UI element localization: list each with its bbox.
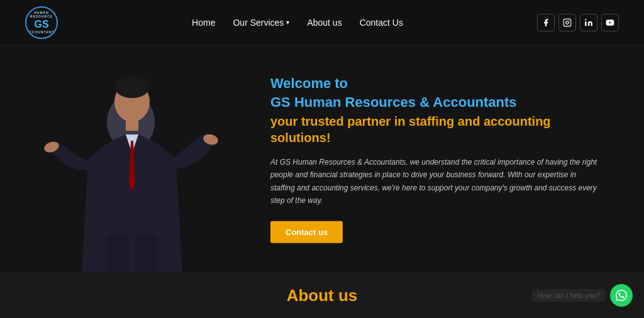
chevron-down-icon: ▾	[286, 19, 289, 26]
svg-rect-12	[107, 235, 129, 273]
hero-company-name: GS Human Resources & Accountants	[270, 94, 597, 111]
hero-content: Welcome to GS Human Resources & Accounta…	[270, 75, 597, 243]
svg-rect-13	[135, 235, 157, 273]
linkedin-icon[interactable]	[580, 14, 597, 31]
social-icons-group	[537, 14, 619, 31]
logo-gs: GS	[26, 18, 57, 30]
hero-tagline: your trusted partner in staffing and acc…	[270, 113, 597, 146]
contact-us-button[interactable]: Contact us	[270, 221, 343, 243]
hero-person-image	[38, 59, 239, 273]
whatsapp-float: How can I help you?	[532, 284, 633, 307]
svg-rect-3	[585, 21, 586, 26]
hero-welcome-text: Welcome to	[270, 75, 597, 92]
svg-point-1	[566, 21, 569, 24]
hero-description: At GS Human Resources & Accountants, we …	[270, 156, 597, 207]
about-section: About us How can I help you?	[0, 273, 644, 318]
svg-point-8	[114, 75, 150, 98]
svg-rect-9	[126, 119, 138, 131]
instagram-icon[interactable]	[558, 14, 576, 31]
main-nav: Home Our Services ▾ About us Contact Us	[192, 18, 403, 28]
hero-section: Welcome to GS Human Resources & Accounta…	[0, 45, 644, 273]
nav-contact[interactable]: Contact Us	[360, 18, 403, 28]
logo-circle: HUMAN RESOURCE GS ACCOUNTANTS	[25, 6, 58, 39]
nav-services-wrapper[interactable]: Our Services ▾	[233, 18, 289, 28]
logo-area: HUMAN RESOURCE GS ACCOUNTANTS	[25, 6, 58, 39]
about-title: About us	[287, 286, 358, 305]
whatsapp-button[interactable]	[610, 284, 633, 307]
facebook-icon[interactable]	[537, 14, 555, 31]
site-header: HUMAN RESOURCE GS ACCOUNTANTS Home Our S…	[0, 0, 644, 45]
nav-services[interactable]: Our Services	[233, 18, 284, 28]
youtube-icon[interactable]	[601, 14, 619, 31]
svg-point-4	[585, 19, 586, 20]
nav-home[interactable]: Home	[192, 18, 215, 28]
svg-rect-0	[564, 19, 571, 26]
svg-point-2	[569, 20, 570, 21]
nav-about[interactable]: About us	[307, 18, 341, 28]
logo-inner: HUMAN RESOURCE GS ACCOUNTANTS	[26, 11, 57, 34]
logo-text-top: HUMAN RESOURCE	[26, 11, 57, 18]
whatsapp-tooltip: How can I help you?	[532, 289, 605, 302]
logo-text-bottom: ACCOUNTANTS	[26, 30, 57, 34]
